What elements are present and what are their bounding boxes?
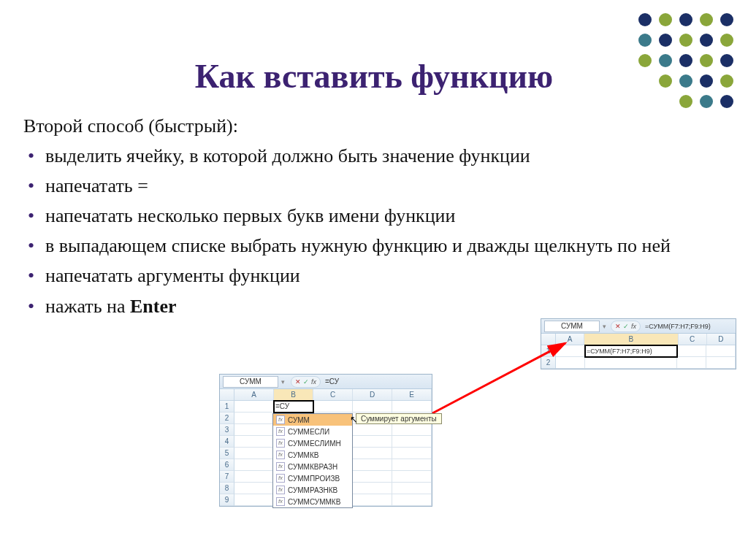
bullet-item: напечатать аргументы функции	[23, 263, 725, 288]
bullet-text: нажать на	[45, 296, 130, 317]
cell[interactable]	[556, 345, 585, 357]
row-header[interactable]: 5	[220, 448, 234, 459]
excel-screenshot-arguments: СУММ ▾ ✕ ✓ fx =СУММ(F7:H7;F9:H9) A B C D…	[541, 318, 736, 369]
column-header[interactable]: D	[353, 389, 392, 400]
autocomplete-label: СУММ	[288, 416, 310, 424]
formula-bar-controls[interactable]: ✕ ✓ fx	[611, 321, 641, 332]
autocomplete-item[interactable]: fxСУММЕСЛИМН	[273, 437, 352, 449]
fx-icon: fx	[276, 450, 285, 459]
autocomplete-label: СУММПРОИЗВ	[288, 475, 340, 483]
column-header[interactable]: D	[707, 334, 736, 345]
formula-bar[interactable]: =СУММ(F7:H7;F9:H9)	[645, 323, 711, 330]
fx-icon[interactable]: fx	[311, 378, 316, 386]
cell[interactable]	[234, 436, 274, 448]
function-autocomplete-dropdown[interactable]: fxСУММ fxСУММЕСЛИ fxСУММЕСЛИМН fxСУММКВ …	[272, 413, 353, 508]
fx-icon: fx	[276, 497, 285, 506]
cancel-icon[interactable]: ✕	[615, 323, 621, 330]
column-header[interactable]: A	[556, 334, 584, 345]
cell[interactable]	[234, 459, 274, 471]
cell[interactable]	[313, 401, 353, 413]
autocomplete-label: СУММЕСЛИМН	[288, 440, 341, 448]
column-header[interactable]: B	[274, 389, 313, 400]
formula-bar[interactable]: =СУ	[325, 377, 339, 386]
fx-icon: fx	[276, 415, 285, 424]
bullet-item: в выпадающем списке выбрать нужную функц…	[23, 233, 725, 258]
row-header[interactable]: 4	[220, 436, 234, 448]
autocomplete-label: СУММКВРАЗН	[288, 463, 337, 471]
cell[interactable]	[585, 357, 677, 369]
cell[interactable]	[392, 448, 432, 459]
cell[interactable]	[353, 424, 392, 436]
cell[interactable]	[353, 401, 392, 413]
row-header[interactable]: 7	[220, 471, 234, 483]
cell[interactable]	[234, 448, 274, 459]
name-box[interactable]: СУММ	[223, 376, 278, 388]
decorative-dots	[638, 13, 735, 110]
cell[interactable]	[234, 424, 274, 436]
bullet-item: напечатать =	[23, 173, 725, 199]
formula-bar-controls[interactable]: ✕ ✓ fx	[291, 376, 321, 388]
cell[interactable]	[392, 459, 432, 471]
cell[interactable]	[677, 345, 706, 357]
name-box[interactable]: СУММ	[544, 321, 600, 332]
intro-text: Второй способ (быстрый):	[23, 113, 725, 139]
cell[interactable]	[353, 483, 392, 494]
autocomplete-item[interactable]: fxСУММРАЗНКВ	[273, 484, 352, 496]
cell[interactable]	[392, 424, 432, 436]
autocomplete-item[interactable]: fxСУММЕСЛИ	[273, 426, 352, 437]
cursor-icon: ↖	[350, 414, 358, 425]
autocomplete-item[interactable]: fxСУММСУММКВ	[273, 496, 352, 507]
cell[interactable]	[392, 471, 432, 483]
row-header[interactable]: 6	[220, 459, 234, 471]
autocomplete-item[interactable]: fxСУММКВРАЗН	[273, 461, 352, 472]
column-header[interactable]: B	[584, 334, 678, 345]
cell[interactable]	[706, 357, 736, 369]
autocomplete-item[interactable]: fxСУММ	[273, 414, 352, 426]
active-cell[interactable]: =СУММ(F7:H7;F9:H9)	[585, 345, 677, 357]
cell[interactable]	[556, 357, 585, 369]
column-header[interactable]: C	[679, 334, 707, 345]
cell[interactable]	[353, 448, 392, 459]
cell[interactable]	[234, 401, 274, 413]
bullet-item: выделить ячейку, в которой должно быть з…	[23, 143, 725, 169]
cancel-icon[interactable]: ✕	[295, 378, 301, 386]
autocomplete-label: СУММСУММКВ	[288, 498, 340, 506]
enter-icon[interactable]: ✓	[303, 378, 309, 386]
cell[interactable]	[392, 436, 432, 448]
cell[interactable]	[353, 436, 392, 448]
row-header[interactable]: 9	[220, 494, 234, 506]
cell[interactable]	[234, 483, 274, 494]
excel-screenshot-autocomplete: СУММ ▾ ✕ ✓ fx =СУ A B C D E 1 =СУ fxСУММ…	[219, 374, 432, 507]
cell[interactable]	[392, 483, 432, 494]
row-header[interactable]: 8	[220, 483, 234, 494]
cell[interactable]	[234, 471, 274, 483]
autocomplete-label: СУММКВ	[288, 451, 318, 459]
cell[interactable]	[234, 494, 274, 506]
row-header[interactable]: 3	[220, 424, 234, 436]
row-header[interactable]: 1	[541, 345, 556, 357]
fx-icon[interactable]: fx	[631, 323, 636, 330]
cell[interactable]	[706, 345, 736, 357]
row-header[interactable]: 2	[220, 413, 234, 424]
enter-icon[interactable]: ✓	[623, 323, 629, 330]
slide-title: Как вставить функцию	[0, 57, 748, 96]
function-tooltip: Суммирует аргументы	[356, 413, 442, 424]
column-header[interactable]: A	[234, 389, 274, 400]
cell[interactable]	[392, 401, 432, 413]
cell[interactable]	[353, 471, 392, 483]
active-cell[interactable]: =СУ	[274, 401, 313, 413]
cell[interactable]	[353, 459, 392, 471]
cell[interactable]	[392, 494, 432, 506]
fx-icon: fx	[276, 474, 285, 483]
fx-icon: fx	[276, 439, 285, 448]
column-header[interactable]: E	[392, 389, 432, 400]
autocomplete-label: СУММРАЗНКВ	[288, 486, 337, 494]
row-header[interactable]: 2	[541, 357, 556, 369]
autocomplete-item[interactable]: fxСУММПРОИЗВ	[273, 472, 352, 484]
cell[interactable]	[677, 357, 706, 369]
cell[interactable]	[353, 494, 392, 506]
column-header[interactable]: C	[313, 389, 353, 400]
row-header[interactable]: 1	[220, 401, 234, 413]
cell[interactable]	[234, 413, 274, 424]
autocomplete-item[interactable]: fxСУММКВ	[273, 449, 352, 461]
